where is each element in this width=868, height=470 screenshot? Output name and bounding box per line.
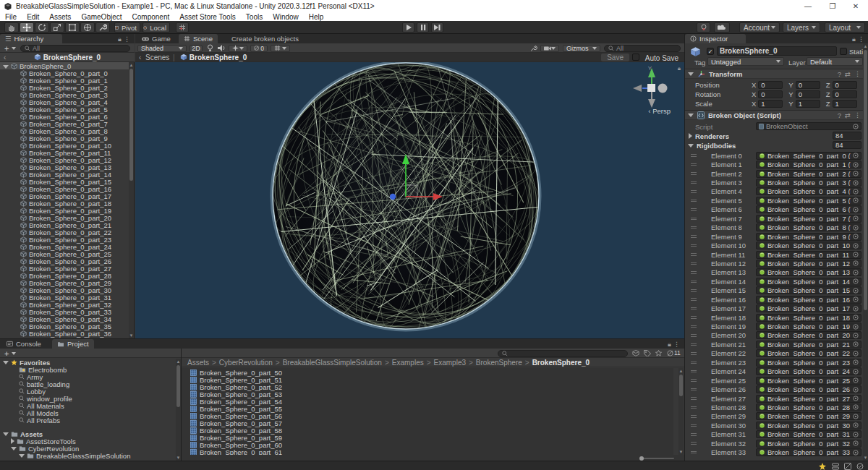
drag-handle-icon[interactable] — [691, 171, 697, 176]
scenes-crumb[interactable]: Scenes — [145, 54, 169, 61]
hierarchy-item-row[interactable]: Broken_Sphere_0_part_16 — [0, 185, 129, 192]
hierarchy-item-row[interactable]: Broken_Sphere_0_part_29 — [0, 279, 129, 286]
projection-mode-label[interactable]: ‹ Persp — [648, 107, 671, 115]
y-value-field[interactable]: 0 — [796, 81, 820, 89]
element-object-field[interactable]: Broken_Sphere_0_part_31 (Rigidbody) — [756, 430, 861, 438]
drag-handle-icon[interactable] — [691, 208, 697, 213]
element-object-field[interactable]: Broken_Sphere_0_part_33 (Rigidbody) — [756, 448, 861, 456]
x-value-field[interactable]: 0 — [758, 81, 783, 89]
file-row[interactable]: Broken_Sphere_0_part_59 — [182, 434, 673, 441]
favorite-item-all-materials[interactable]: All Materials — [0, 402, 176, 409]
drag-handle-icon[interactable] — [691, 279, 697, 284]
drag-handle-icon[interactable] — [691, 162, 697, 167]
layout-dropdown[interactable]: Layout — [825, 22, 865, 33]
drag-handle-icon[interactable] — [691, 450, 697, 455]
drag-handle-icon[interactable] — [691, 234, 697, 239]
file-row[interactable]: Broken_Sphere_0_part_54 — [182, 398, 673, 405]
element-object-field[interactable]: Broken_Sphere_0_part_29 (Rigidbody) — [756, 412, 861, 420]
object-picker-icon[interactable] — [853, 422, 859, 428]
drag-handle-icon[interactable] — [691, 315, 697, 320]
menu-item-assets[interactable]: Assets — [44, 13, 76, 21]
file-row[interactable]: Broken_Sphere_0_part_58 — [182, 427, 673, 434]
hierarchy-item-row[interactable]: Broken_Sphere_0_part_5 — [0, 106, 129, 113]
scene-camera-dropdown[interactable] — [540, 45, 559, 52]
breadcrumb-segment[interactable]: BrokenSphere — [476, 359, 522, 367]
element-object-field[interactable]: Broken_Sphere_0_part_32 (Rigidbody) — [756, 440, 861, 448]
breadcrumb-segment[interactable]: Example3 — [434, 359, 466, 367]
object-picker-icon[interactable] — [853, 234, 859, 239]
grid-visibility-dropdown[interactable] — [271, 45, 290, 52]
breadcrumb-segment[interactable]: BrokenSphere_0 — [532, 359, 590, 367]
element-object-field[interactable]: Broken_Sphere_0_part_20 (Rigidbody) — [756, 331, 861, 339]
element-object-field[interactable]: Broken_Sphere_0_part_22 (Rigidbody) — [756, 349, 861, 357]
drag-handle-icon[interactable] — [691, 153, 697, 158]
object-picker-icon[interactable] — [853, 414, 859, 419]
custom-tool-icon[interactable] — [95, 22, 110, 33]
drag-handle-icon[interactable] — [691, 432, 697, 437]
object-picker-icon[interactable] — [853, 260, 859, 266]
hierarchy-item-row[interactable]: Broken_Sphere_0_part_27 — [0, 265, 129, 272]
hierarchy-item-row[interactable]: Broken_Sphere_0_part_6 — [0, 113, 129, 120]
element-object-field[interactable]: Broken_Sphere_0_part_19 (Rigidbody) — [756, 322, 861, 330]
gizmos-dropdown[interactable]: Gizmos — [563, 45, 600, 52]
presets-icon[interactable]: ⇄ — [845, 111, 851, 119]
object-picker-icon[interactable] — [853, 278, 859, 284]
drag-handle-icon[interactable] — [691, 216, 697, 221]
assets-root-folder[interactable]: Assets — [0, 430, 176, 437]
scene-search-input[interactable]: All — [604, 45, 681, 52]
rotate-tool-icon[interactable] — [35, 22, 49, 33]
hierarchy-item-row[interactable]: Broken_Sphere_0_part_33 — [0, 308, 129, 315]
x-value-field[interactable]: 1 — [758, 100, 783, 108]
drag-handle-icon[interactable] — [691, 441, 697, 446]
element-object-field[interactable]: Broken_Sphere_0_part_8 (Rigidbody) — [756, 223, 861, 231]
drag-handle-icon[interactable] — [691, 261, 697, 266]
play-button[interactable] — [402, 22, 414, 33]
drag-handle-icon[interactable] — [691, 297, 697, 302]
element-object-field[interactable]: Broken_Sphere_0_part_4 (Rigidbody) — [756, 187, 861, 195]
search-by-type-icon[interactable] — [632, 350, 639, 356]
drag-handle-icon[interactable] — [691, 270, 697, 275]
element-object-field[interactable]: Broken_Sphere_0_part_3 (Rigidbody) — [756, 179, 861, 187]
drag-handle-icon[interactable] — [691, 396, 697, 401]
drag-handle-icon[interactable] — [691, 189, 697, 195]
hierarchy-root-row[interactable]: BrokenSphere_0 — [0, 62, 129, 69]
hierarchy-item-row[interactable]: Broken_Sphere_0_part_1 — [0, 77, 129, 84]
drag-handle-icon[interactable] — [691, 180, 697, 185]
hierarchy-item-row[interactable]: Broken_Sphere_0_part_25 — [0, 250, 129, 257]
account-dropdown[interactable]: Account — [739, 22, 780, 33]
activity-indicator-icon[interactable] — [856, 463, 864, 470]
drag-handle-icon[interactable] — [691, 414, 697, 419]
scene-viewport[interactable]: Y 🔒︎ ‹ Persp — [135, 62, 685, 338]
drag-handle-icon[interactable] — [691, 423, 697, 428]
favorite-item-army[interactable]: Army — [0, 373, 176, 380]
drag-handle-icon[interactable] — [691, 324, 697, 329]
hierarchy-item-row[interactable]: Broken_Sphere_0_part_9 — [0, 134, 129, 142]
hierarchy-item-row[interactable]: Broken_Sphere_0_part_4 — [0, 98, 129, 106]
drag-handle-icon[interactable] — [691, 252, 697, 257]
hierarchy-item-row[interactable]: Broken_Sphere_0_part_12 — [0, 156, 129, 163]
hierarchy-item-row[interactable]: Broken_Sphere_0_part_14 — [0, 171, 129, 178]
gizmo-lock-icon[interactable]: 🔒︎ — [678, 65, 681, 72]
object-picker-icon[interactable] — [853, 432, 859, 437]
prefab-crumb-target[interactable]: BrokenSphere_0 — [180, 54, 247, 61]
scale-tool-icon[interactable] — [50, 22, 64, 33]
drag-handle-icon[interactable] — [691, 351, 697, 356]
element-object-field[interactable]: Broken_Sphere_0_part_2 (Rigidbody) — [756, 170, 861, 178]
file-row[interactable]: Broken_Sphere_0_part_50 — [182, 369, 673, 376]
favorites-header[interactable]: Favorites — [0, 359, 176, 366]
kebab-menu-icon[interactable]: ⋮ — [673, 341, 680, 348]
project-search-input[interactable] — [498, 350, 628, 357]
object-picker-icon[interactable] — [853, 404, 859, 410]
object-picker-icon[interactable] — [853, 296, 859, 302]
collab-icon[interactable] — [697, 22, 710, 33]
local-toggle-button[interactable]: Local — [142, 22, 170, 33]
drag-handle-icon[interactable] — [691, 387, 697, 392]
scene-audio-icon[interactable] — [218, 45, 225, 51]
menu-item-asset-store-tools[interactable]: Asset Store Tools — [174, 13, 241, 21]
cloud-icon[interactable] — [714, 22, 730, 33]
effects-dropdown[interactable] — [229, 45, 247, 52]
menu-item-gameobject[interactable]: GameObject — [76, 13, 127, 21]
object-picker-icon[interactable] — [853, 180, 859, 186]
search-by-label-icon[interactable] — [644, 350, 651, 356]
object-picker-icon[interactable] — [853, 315, 859, 320]
